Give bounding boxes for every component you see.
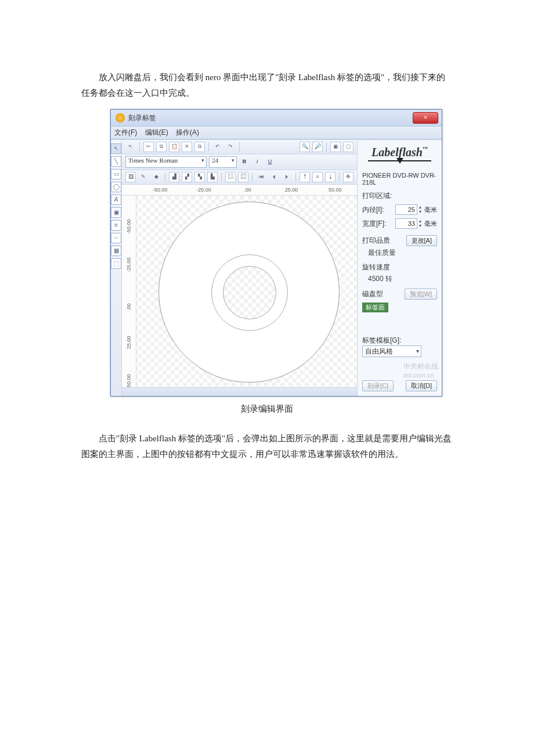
template-label: 标签模板[G]:: [362, 336, 437, 345]
statusbar: [122, 387, 357, 396]
center-icon[interactable]: ✥: [343, 172, 353, 182]
copy-icon[interactable]: ⧉: [156, 142, 167, 152]
back-icon[interactable]: ▙: [207, 172, 218, 182]
cursor-icon[interactable]: ↖: [125, 142, 136, 152]
print-area-label: 打印区域:: [362, 191, 437, 201]
spinner-icon[interactable]: ▴▾: [417, 219, 423, 228]
text-tool-icon[interactable]: A: [111, 195, 121, 205]
paragraph-1: 放入闪雕盘后，我们会看到 nero 界面中出现了"刻录 Labelflash 标…: [81, 70, 453, 101]
font-family-select[interactable]: Times New Roman: [125, 156, 207, 168]
canvas-area[interactable]: -50.00 -25.00 .00 25.00 50.00: [122, 196, 357, 387]
pointer-tool-icon[interactable]: ↖: [111, 143, 121, 154]
align-bot-icon[interactable]: ⭳: [325, 172, 335, 182]
quality-value: 最佳质量: [368, 248, 437, 258]
device-name: PIONEER DVD-RW DVR-218L: [362, 172, 437, 186]
align-top-icon[interactable]: ⭱: [300, 172, 310, 182]
next-icon[interactable]: ⏵: [282, 172, 292, 182]
width-label: 宽度[F]:: [362, 219, 395, 229]
change-button[interactable]: 更改[A]: [406, 235, 437, 246]
screenshot-figure: 刻录标签 × 文件(F) 编辑(E) 操作(A) ↖ ╲ ▭ ◯ A ▣: [110, 109, 456, 397]
inner-diameter-input[interactable]: 25: [395, 204, 417, 215]
template-select[interactable]: 自由风格: [362, 345, 421, 357]
font-size-select[interactable]: 24: [209, 156, 237, 168]
cut-icon[interactable]: ✂: [143, 142, 154, 152]
fill-icon[interactable]: ◆: [151, 172, 161, 182]
italic-icon[interactable]: I: [252, 157, 262, 167]
menubar: 文件(F) 编辑(E) 操作(A): [111, 127, 442, 139]
zoom-in-icon[interactable]: 🔍: [300, 142, 310, 152]
field-tool-icon[interactable]: ▣: [111, 207, 121, 218]
center-panel: ↖ ✂ ⧉ 📋 ✕ ⧉ ↶ ↷ 🔍 🔎: [122, 140, 357, 396]
app-icon: [116, 113, 125, 123]
window-title: 刻录标签: [128, 113, 156, 123]
anchor-tool-icon[interactable]: ⎓: [111, 233, 121, 243]
paste-icon[interactable]: 📋: [169, 142, 179, 152]
front-icon[interactable]: ▟: [169, 172, 179, 182]
burn-button[interactable]: 刻录[C]: [362, 380, 394, 391]
pen-icon[interactable]: ✎: [138, 172, 149, 182]
toolbar-main: ↖ ✂ ⧉ 📋 ✕ ⧉ ↶ ↷ 🔍 🔎: [122, 140, 357, 154]
bold-icon[interactable]: B: [239, 157, 250, 167]
undo-icon[interactable]: ↶: [212, 142, 223, 152]
list-tool-icon[interactable]: ≡: [111, 220, 121, 231]
group-icon[interactable]: ⿴: [225, 172, 236, 182]
figure-caption: 刻录编辑界面: [81, 404, 453, 415]
fit-icon[interactable]: ▣: [330, 142, 341, 152]
paragraph-2: 点击"刻录 Labelflash 标签的选项"后，会弹出如上图所示的界面，这里就…: [81, 431, 453, 462]
app-window: 刻录标签 × 文件(F) 编辑(E) 操作(A) ↖ ╲ ▭ ◯ A ▣: [110, 109, 442, 397]
image-button-icon[interactable]: 🖼: [125, 172, 136, 182]
duplicate-icon[interactable]: ⧉: [194, 142, 205, 152]
ruler-vertical: -50.00 -25.00 .00 25.00 50.00: [122, 196, 136, 387]
prev-icon[interactable]: ⏴: [269, 172, 279, 182]
right-panel: Labelflash™ PIONEER DVD-RW DVR-218L 打印区域…: [357, 140, 442, 396]
redo-icon[interactable]: ↷: [225, 142, 236, 152]
image-tool-icon[interactable]: ▦: [111, 246, 121, 256]
cancel-button[interactable]: 取消[D]: [406, 380, 437, 391]
underline-icon[interactable]: U: [265, 157, 275, 167]
forward-icon[interactable]: ▞: [182, 172, 192, 182]
close-button[interactable]: ×: [413, 112, 438, 124]
first-icon[interactable]: ⏮: [256, 172, 266, 182]
rect-tool-icon[interactable]: ▭: [111, 169, 121, 179]
disc-type-tag: 标签面: [362, 303, 388, 312]
disc-type-label: 磁盘型: [362, 289, 405, 299]
toolbar-font: Times New Roman 24 B I U: [122, 154, 357, 170]
labelflash-logo: Labelflash™: [362, 146, 437, 159]
speed-label: 旋转速度: [362, 262, 437, 272]
zoom-out-icon[interactable]: 🔎: [312, 142, 323, 152]
crop-tool-icon[interactable]: ⬚: [111, 258, 121, 269]
preview-button[interactable]: 预览[W]: [405, 289, 438, 300]
ruler-horizontal: -50.00 -25.00 .00 25.00 50.00: [122, 185, 357, 196]
backward-icon[interactable]: ▚: [194, 172, 205, 182]
spinner-icon[interactable]: ▴▾: [417, 205, 423, 214]
line-tool-icon[interactable]: ╲: [111, 156, 121, 167]
inner-diameter-label: 内径[I]:: [362, 205, 395, 215]
disc-outline: [158, 201, 340, 383]
menu-action[interactable]: 操作(A): [176, 128, 199, 136]
delete-icon[interactable]: ✕: [182, 142, 192, 152]
quality-label: 打印品质: [362, 236, 406, 246]
titlebar: 刻录标签 ×: [111, 110, 442, 127]
toolbar-layout: 🖼 ✎ ◆ ▟ ▞ ▚ ▙ ⿴ ⿶ ⏮ ⏴ ⏵: [122, 170, 357, 185]
ellipse-tool-icon[interactable]: ◯: [111, 182, 121, 192]
align-mid-icon[interactable]: ≡: [312, 172, 323, 182]
actual-icon[interactable]: ▢: [343, 142, 353, 152]
ungroup-icon[interactable]: ⿶: [238, 172, 248, 182]
menu-file[interactable]: 文件(F): [114, 128, 137, 136]
menu-edit[interactable]: 编辑(E): [145, 128, 168, 136]
left-toolbar: ↖ ╲ ▭ ◯ A ▣ ≡ ⎓ ▦ ⬚: [111, 140, 122, 396]
width-input[interactable]: 33: [395, 218, 417, 229]
speed-value: 4500 转: [368, 274, 437, 284]
